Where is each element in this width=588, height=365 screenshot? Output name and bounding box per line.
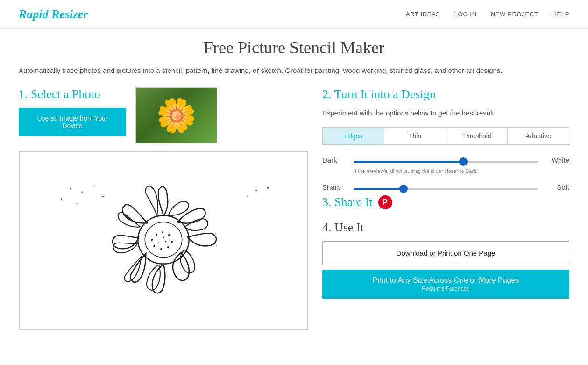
design-description: Experiment with the options below to get… xyxy=(322,108,569,119)
svg-point-9 xyxy=(153,245,155,247)
svg-point-7 xyxy=(167,246,169,248)
svg-point-22 xyxy=(247,196,248,197)
sharp-slider-row: Sharp Soft xyxy=(322,183,569,192)
select-photo-row: 1. Select a Photo Use an Image from Your… xyxy=(19,87,308,143)
select-photo-left: 1. Select a Photo Use an Image from Your… xyxy=(19,87,126,136)
download-button[interactable]: Download or Print on One Page xyxy=(322,241,569,265)
svg-rect-0 xyxy=(20,152,307,329)
sharp-slider[interactable] xyxy=(354,188,538,190)
svg-point-8 xyxy=(160,248,162,250)
section1-title: 1. Select a Photo xyxy=(19,87,126,101)
logo[interactable]: Rapid Resizer xyxy=(19,7,88,21)
tab-edges[interactable]: Edges xyxy=(323,128,384,144)
two-column-layout: 1. Select a Photo Use an Image from Your… xyxy=(19,87,569,330)
white-label: White xyxy=(544,156,569,164)
slider-hint: If the preview's all white, drag the sli… xyxy=(354,168,569,174)
section2-title: 2. Turn It into a Design xyxy=(322,87,569,101)
svg-point-4 xyxy=(162,231,163,233)
share-section: 3. Share It P xyxy=(322,195,569,209)
print-button[interactable]: Print to Any Size Across One or More Pag… xyxy=(322,270,569,299)
print-btn-text: Print to Any Size Across One or More Pag… xyxy=(373,276,519,284)
svg-point-17 xyxy=(61,198,62,200)
svg-point-6 xyxy=(171,241,173,243)
svg-point-21 xyxy=(267,187,269,189)
pinterest-button[interactable]: P xyxy=(378,195,392,209)
design-tabs: Edges Thin Threshold Adaptive xyxy=(322,127,569,145)
svg-point-15 xyxy=(82,191,83,193)
dark-slider[interactable] xyxy=(354,161,538,163)
svg-point-13 xyxy=(163,237,164,238)
svg-point-11 xyxy=(158,242,160,243)
sharp-slider-wrap xyxy=(354,183,538,192)
tab-adaptive[interactable]: Adaptive xyxy=(508,128,569,144)
tab-threshold[interactable]: Threshold xyxy=(446,128,508,144)
stencil-svg xyxy=(20,152,307,329)
section3-title: 3. Share It xyxy=(322,195,373,209)
upload-button[interactable]: Use an Image from Your Device xyxy=(19,108,126,136)
nav-help[interactable]: HELP xyxy=(552,11,569,18)
svg-point-3 xyxy=(156,234,157,236)
svg-point-5 xyxy=(168,234,170,236)
soft-label: Soft xyxy=(544,183,569,191)
section1-title-text: 1. Select a Photo xyxy=(19,87,100,101)
svg-point-20 xyxy=(255,190,257,191)
page-title: Free Picture Stencil Maker xyxy=(19,38,569,57)
dark-label: Dark xyxy=(322,156,348,164)
section4-title: 4. Use It xyxy=(322,221,569,235)
dark-slider-wrap xyxy=(354,156,538,165)
svg-point-14 xyxy=(70,188,71,190)
nav-login[interactable]: LOG IN xyxy=(454,11,477,18)
use-it-section: 4. Use It Download or Print on One Page … xyxy=(322,221,569,299)
nav-links: ART IDEAS LOG IN NEW PROJECT HELP xyxy=(406,11,569,18)
print-btn-sub: Requires Purchase xyxy=(329,286,563,292)
left-column: 1. Select a Photo Use an Image from Your… xyxy=(19,87,308,330)
stencil-preview-box xyxy=(19,151,308,330)
svg-point-18 xyxy=(102,196,104,198)
navbar: Rapid Resizer ART IDEAS LOG IN NEW PROJE… xyxy=(0,0,588,29)
page-description: Automatically trace photos and pictures … xyxy=(19,65,569,76)
main-content: Free Picture Stencil Maker Automatically… xyxy=(0,29,588,349)
tab-thin[interactable]: Thin xyxy=(384,128,446,144)
sharp-label: Sharp xyxy=(322,183,348,191)
svg-point-19 xyxy=(77,203,78,204)
svg-point-10 xyxy=(151,239,153,241)
photo-thumbnail xyxy=(135,87,217,143)
nav-art-ideas[interactable]: ART IDEAS xyxy=(406,11,440,18)
svg-point-12 xyxy=(165,241,166,242)
dark-slider-row: Dark White xyxy=(322,156,569,165)
nav-new-project[interactable]: NEW PROJECT xyxy=(491,11,538,18)
svg-point-16 xyxy=(93,186,94,187)
right-column: 2. Turn It into a Design Experiment with… xyxy=(322,87,569,299)
